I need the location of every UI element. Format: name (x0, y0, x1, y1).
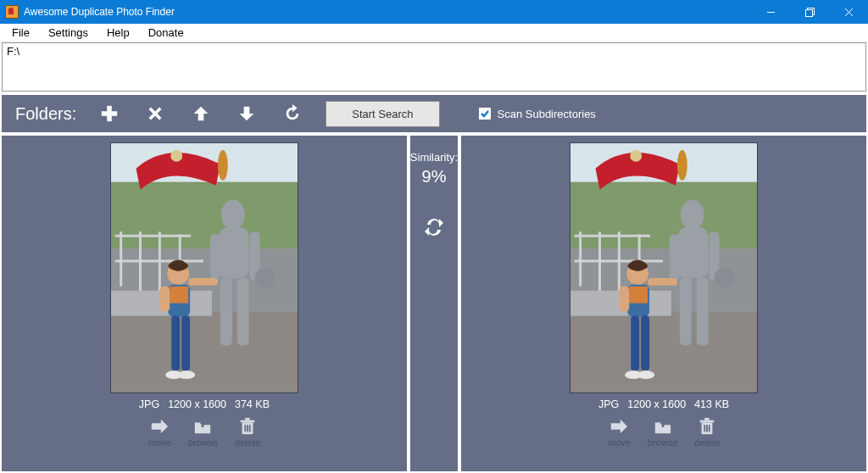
svg-rect-80 (700, 420, 715, 423)
left-move-label: move (148, 437, 171, 448)
scan-subdirectories-label: Scan Subdirectories (498, 108, 596, 120)
left-delete-button[interactable]: delete (235, 417, 260, 448)
svg-rect-65 (697, 278, 709, 345)
refresh-button[interactable] (281, 103, 303, 125)
right-browse-button[interactable]: browse (648, 417, 677, 448)
right-delete-button[interactable]: delete (694, 417, 720, 448)
close-button[interactable] (829, 0, 868, 24)
minimize-button[interactable] (751, 0, 790, 24)
similarity-label: Similarity: (410, 151, 458, 164)
svg-rect-46 (247, 425, 248, 431)
svg-rect-71 (619, 287, 629, 312)
scan-subdirectories-checkbox[interactable] (479, 108, 491, 120)
menu-settings[interactable]: Settings (40, 25, 97, 41)
svg-rect-84 (709, 425, 710, 431)
svg-rect-82 (704, 425, 706, 431)
left-browse-label: browse (188, 437, 218, 448)
right-dimensions: 1200 x 1600 (627, 398, 686, 410)
svg-rect-45 (244, 425, 246, 431)
titlebar: Awesome Duplicate Photo Finder (0, 0, 868, 24)
svg-marker-77 (611, 420, 627, 434)
svg-rect-61 (678, 227, 709, 278)
svg-rect-64 (680, 278, 692, 345)
svg-point-39 (178, 370, 195, 379)
svg-rect-37 (181, 316, 190, 371)
svg-marker-10 (240, 107, 254, 121)
right-browse-label: browse (648, 437, 677, 448)
left-image-meta: JPG 1200 x 1600 374 KB (139, 398, 270, 410)
svg-rect-83 (706, 425, 708, 431)
move-down-button[interactable] (236, 103, 258, 125)
svg-rect-24 (219, 227, 249, 278)
left-delete-label: delete (235, 437, 260, 448)
svg-rect-73 (631, 316, 639, 371)
left-move-button[interactable]: move (148, 417, 171, 448)
svg-rect-25 (210, 234, 220, 281)
right-move-button[interactable]: move (608, 417, 631, 448)
add-folder-button[interactable] (98, 103, 120, 125)
svg-rect-27 (220, 278, 232, 345)
app-icon (5, 5, 19, 19)
svg-rect-81 (705, 418, 710, 420)
menu-donate[interactable]: Donate (140, 25, 192, 41)
svg-rect-43 (241, 420, 255, 423)
left-size: 374 KB (235, 398, 270, 410)
svg-marker-9 (194, 107, 209, 121)
folder-path-entry[interactable]: F:\ (7, 45, 861, 58)
svg-rect-34 (159, 287, 170, 312)
start-search-button[interactable]: Start Search (326, 101, 439, 127)
similarity-panel: Similarity: 9% (410, 136, 458, 471)
move-up-button[interactable] (190, 103, 212, 125)
similarity-value: 9% (422, 167, 447, 186)
svg-rect-62 (670, 234, 680, 281)
svg-point-76 (637, 370, 654, 379)
svg-rect-2 (805, 9, 812, 16)
svg-rect-28 (237, 278, 249, 345)
svg-rect-7 (102, 111, 117, 116)
right-delete-label: delete (694, 437, 720, 448)
right-size: 413 KB (694, 398, 729, 410)
maximize-button[interactable] (790, 0, 829, 24)
svg-point-30 (218, 150, 228, 181)
svg-rect-35 (188, 278, 218, 286)
left-image-panel: JPG 1200 x 1600 374 KB move browse delet… (2, 136, 407, 471)
left-browse-button[interactable]: browse (188, 417, 218, 448)
svg-rect-47 (249, 425, 251, 431)
svg-point-67 (677, 150, 687, 181)
menubar: File Settings Help Donate (0, 24, 868, 42)
svg-rect-74 (641, 316, 649, 371)
svg-point-15 (170, 150, 182, 162)
svg-rect-14 (111, 312, 298, 392)
svg-rect-44 (245, 418, 250, 420)
svg-rect-51 (570, 312, 757, 392)
remove-folder-button[interactable] (144, 103, 166, 125)
toolbar: Folders: Start Search Scan Subdirectorie… (2, 95, 866, 132)
swap-button[interactable] (424, 217, 444, 240)
svg-point-52 (630, 150, 642, 162)
svg-point-60 (681, 200, 704, 231)
menu-help[interactable]: Help (98, 25, 138, 41)
comparison-area: JPG 1200 x 1600 374 KB move browse delet… (2, 136, 866, 471)
svg-rect-36 (171, 316, 180, 371)
menu-file[interactable]: File (3, 25, 38, 41)
svg-point-29 (255, 268, 275, 288)
svg-marker-8 (149, 108, 162, 120)
left-image-preview[interactable] (110, 142, 298, 393)
svg-rect-33 (170, 287, 188, 303)
right-image-meta: JPG 1200 x 1600 413 KB (598, 398, 729, 410)
left-dimensions: 1200 x 1600 (168, 398, 226, 410)
left-format: JPG (139, 398, 159, 410)
svg-rect-70 (629, 287, 648, 303)
svg-rect-72 (648, 278, 677, 286)
right-move-label: move (608, 437, 631, 448)
right-image-preview[interactable] (570, 142, 758, 393)
folders-label: Folders: (15, 104, 76, 124)
svg-marker-40 (152, 420, 168, 434)
svg-point-66 (715, 268, 735, 288)
right-format: JPG (598, 398, 619, 410)
folder-path-list[interactable]: F:\ (2, 42, 866, 92)
right-image-panel: JPG 1200 x 1600 413 KB move browse delet… (461, 136, 866, 471)
window-title: Awesome Duplicate Photo Finder (24, 6, 175, 18)
svg-point-23 (221, 200, 245, 231)
